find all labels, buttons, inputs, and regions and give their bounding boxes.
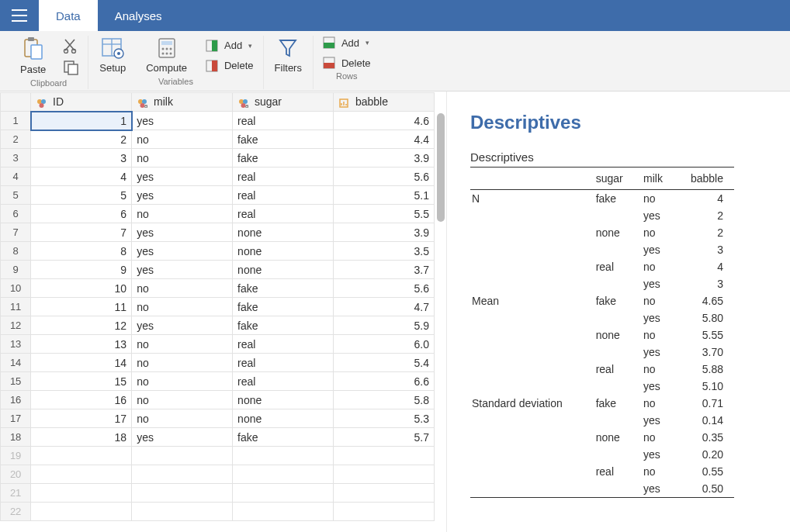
- cell[interactable]: no: [132, 298, 233, 316]
- table-row[interactable]: 88yesnone3.5: [1, 242, 435, 261]
- cell[interactable]: 6.0: [334, 335, 435, 354]
- table-row[interactable]: 1414noreal5.4: [1, 354, 435, 372]
- data-sheet[interactable]: ID a milk a sugar babble 11y: [0, 92, 435, 521]
- cell[interactable]: [334, 465, 435, 484]
- cell[interactable]: none: [233, 261, 334, 279]
- table-row[interactable]: 44yesreal5.6: [1, 168, 435, 186]
- row-number[interactable]: 13: [1, 335, 31, 354]
- cell[interactable]: 13: [31, 335, 132, 354]
- cell[interactable]: real: [233, 335, 334, 354]
- cell[interactable]: [334, 484, 435, 503]
- cell[interactable]: [31, 503, 132, 521]
- cell[interactable]: 5.8: [334, 391, 435, 409]
- cell[interactable]: no: [132, 149, 233, 168]
- cell[interactable]: 2: [31, 130, 132, 149]
- table-row[interactable]: 21: [1, 484, 435, 503]
- cell[interactable]: yes: [132, 316, 233, 335]
- cell[interactable]: fake: [233, 428, 334, 447]
- cell[interactable]: no: [132, 279, 233, 298]
- table-row[interactable]: 1111nofake4.7: [1, 298, 435, 316]
- col-header-babble[interactable]: babble: [334, 93, 435, 112]
- cell[interactable]: fake: [233, 130, 334, 149]
- cell[interactable]: [233, 447, 334, 465]
- cell[interactable]: [31, 484, 132, 503]
- cut-icon[interactable]: [63, 38, 80, 54]
- table-row[interactable]: 22nofake4.4: [1, 130, 435, 149]
- tab-analyses[interactable]: Analyses: [98, 0, 179, 31]
- cell[interactable]: 1: [31, 112, 132, 130]
- row-number[interactable]: 17: [1, 409, 31, 428]
- cell[interactable]: real: [233, 372, 334, 391]
- add-variable-button[interactable]: Add ▾: [204, 39, 255, 53]
- delete-row-button[interactable]: Delete: [321, 56, 372, 70]
- cell[interactable]: no: [132, 354, 233, 372]
- cell[interactable]: 5.3: [334, 409, 435, 428]
- cell[interactable]: 5.6: [334, 279, 435, 298]
- cell[interactable]: fake: [233, 316, 334, 335]
- cell[interactable]: fake: [233, 149, 334, 168]
- row-number[interactable]: 20: [1, 465, 31, 484]
- cell[interactable]: no: [132, 409, 233, 428]
- table-row[interactable]: 1515noreal6.6: [1, 372, 435, 391]
- table-row[interactable]: 1616nonone5.8: [1, 391, 435, 409]
- cell[interactable]: 9: [31, 261, 132, 279]
- row-number[interactable]: 3: [1, 149, 31, 168]
- cell[interactable]: yes: [132, 186, 233, 205]
- setup-button[interactable]: Setup: [96, 36, 129, 75]
- cell[interactable]: 6: [31, 205, 132, 223]
- corner-cell[interactable]: [1, 93, 31, 112]
- cell[interactable]: 10: [31, 279, 132, 298]
- cell[interactable]: [334, 447, 435, 465]
- cell[interactable]: 18: [31, 428, 132, 447]
- cell[interactable]: 5.4: [334, 354, 435, 372]
- cell[interactable]: [31, 465, 132, 484]
- row-number[interactable]: 21: [1, 484, 31, 503]
- cell[interactable]: real: [233, 168, 334, 186]
- row-number[interactable]: 11: [1, 298, 31, 316]
- cell[interactable]: 5.1: [334, 186, 435, 205]
- cell[interactable]: [233, 484, 334, 503]
- row-number[interactable]: 6: [1, 205, 31, 223]
- cell[interactable]: 6.6: [334, 372, 435, 391]
- table-row[interactable]: 66noreal5.5: [1, 205, 435, 223]
- cell[interactable]: 4.4: [334, 130, 435, 149]
- row-number[interactable]: 7: [1, 223, 31, 242]
- add-row-button[interactable]: Add ▾: [321, 36, 372, 50]
- cell[interactable]: real: [233, 112, 334, 130]
- cell[interactable]: 15: [31, 372, 132, 391]
- cell[interactable]: 5.7: [334, 428, 435, 447]
- table-row[interactable]: 1212yesfake5.9: [1, 316, 435, 335]
- vertical-scrollbar[interactable]: [437, 113, 445, 222]
- cell[interactable]: [31, 447, 132, 465]
- cell[interactable]: 4: [31, 168, 132, 186]
- tab-data[interactable]: Data: [39, 0, 98, 31]
- table-row[interactable]: 99yesnone3.7: [1, 261, 435, 279]
- row-number[interactable]: 5: [1, 186, 31, 205]
- cell[interactable]: [132, 465, 233, 484]
- filters-button[interactable]: Filters: [272, 36, 305, 75]
- cell[interactable]: none: [233, 391, 334, 409]
- cell[interactable]: real: [233, 354, 334, 372]
- cell[interactable]: 5: [31, 186, 132, 205]
- table-row[interactable]: 33nofake3.9: [1, 149, 435, 168]
- hamburger-menu[interactable]: [0, 0, 39, 31]
- cell[interactable]: yes: [132, 428, 233, 447]
- table-row[interactable]: 77yesnone3.9: [1, 223, 435, 242]
- cell[interactable]: none: [233, 223, 334, 242]
- cell[interactable]: 11: [31, 298, 132, 316]
- table-row[interactable]: 22: [1, 503, 435, 521]
- cell[interactable]: yes: [132, 112, 233, 130]
- cell[interactable]: 3: [31, 149, 132, 168]
- row-number[interactable]: 9: [1, 261, 31, 279]
- cell[interactable]: 4.6: [334, 112, 435, 130]
- cell[interactable]: 3.7: [334, 261, 435, 279]
- cell[interactable]: yes: [132, 168, 233, 186]
- cell[interactable]: yes: [132, 242, 233, 261]
- col-header-id[interactable]: ID: [31, 93, 132, 112]
- cell[interactable]: [132, 484, 233, 503]
- compute-button[interactable]: Compute: [143, 36, 190, 75]
- row-number[interactable]: 16: [1, 391, 31, 409]
- table-row[interactable]: 1717nonone5.3: [1, 409, 435, 428]
- cell[interactable]: 3.9: [334, 149, 435, 168]
- cell[interactable]: [233, 503, 334, 521]
